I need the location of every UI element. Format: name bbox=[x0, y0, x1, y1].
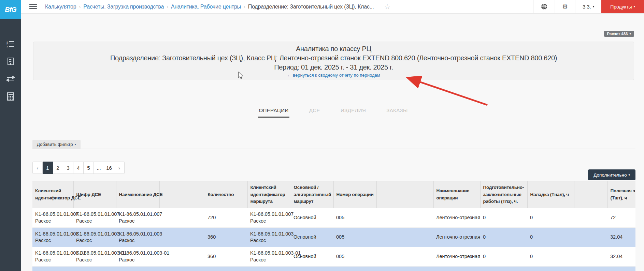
pagination-page-5[interactable]: 5 bbox=[84, 162, 94, 174]
pagination-page-16[interactable]: 16 bbox=[104, 162, 114, 174]
breadcrumb: Калькулятор › Расчеты. Загрузка производ… bbox=[45, 4, 374, 10]
table-cell: K1-86.05.01.01.003 Раскос bbox=[247, 228, 291, 247]
tab-products[interactable]: ИЗДЕЛИЯ bbox=[340, 107, 367, 118]
table-cell bbox=[32, 267, 73, 271]
chevron-down-icon: ▾ bbox=[633, 5, 635, 8]
column-header-13[interactable] bbox=[574, 181, 607, 208]
tab-dse[interactable]: ДСЕ bbox=[309, 107, 321, 118]
column-header-6[interactable]: Клиентский идентификатор маршрута bbox=[247, 181, 291, 208]
column-header-9[interactable] bbox=[376, 181, 433, 208]
factory-building-icon[interactable] bbox=[6, 57, 15, 66]
additional-button[interactable]: Дополнительно ▾ bbox=[588, 169, 635, 180]
breadcrumb-calculator[interactable]: Калькулятор bbox=[45, 4, 76, 10]
settings-button[interactable]: ⚙ bbox=[555, 0, 575, 13]
report-header-panel: Аналитика по классу РЦ Подразделение: За… bbox=[33, 42, 634, 80]
pagination-page-1[interactable]: 1 bbox=[43, 162, 53, 174]
table-cell bbox=[333, 267, 376, 271]
pagination-page-3[interactable]: 3 bbox=[63, 162, 73, 174]
table-cell: Ленточно-отрезная bbox=[433, 208, 480, 228]
column-header-5[interactable]: Количество bbox=[205, 181, 247, 208]
calc-version-badge[interactable]: Расчет 483 ▾ bbox=[604, 31, 634, 37]
table-cell bbox=[116, 267, 159, 271]
column-header-3[interactable]: Наименование ДСЕ bbox=[116, 181, 159, 208]
table-cell: 0 bbox=[527, 208, 574, 228]
pagination: ‹ 1 2 3 4 5 ... 16 › bbox=[32, 162, 125, 174]
tab-operations[interactable]: ОПЕРАЦИИ bbox=[258, 107, 289, 118]
breadcrumb-analytics[interactable]: Аналитика. Рабочие центры bbox=[171, 4, 241, 10]
table-cell bbox=[73, 267, 116, 271]
app-logo[interactable]: BfG bbox=[0, 0, 21, 19]
topbar-actions: ⚙ З З. ▾ Продукты ▾ bbox=[533, 0, 644, 13]
table-cell: K1-86.05.01.01.003-01 Раскос bbox=[116, 247, 159, 267]
table-cell bbox=[607, 267, 635, 271]
column-header-8[interactable]: Номер операции bbox=[333, 181, 376, 208]
table-row[interactable]: K1-86.05.01.01.007 РаскосK1-86.05.01.01.… bbox=[32, 208, 635, 228]
table-cell: 0 bbox=[480, 228, 527, 247]
column-header-14[interactable]: Полезная з (Тшт), ч bbox=[607, 181, 635, 208]
breadcrumb-separator: › bbox=[244, 4, 245, 10]
table-cell: K1-86.05.01.01.003 Раскос bbox=[116, 228, 159, 247]
report-subtitle: Подразделение: Заготовительный цех (ЗЦ),… bbox=[33, 54, 634, 62]
table-row[interactable]: K1-86.05.01.01.003 РаскосK1-86.05.01.01.… bbox=[32, 228, 635, 247]
breadcrumb-separator: › bbox=[79, 4, 81, 10]
table-cell: 0 bbox=[527, 228, 574, 247]
products-button[interactable]: Продукты ▾ bbox=[601, 0, 644, 13]
table-cell: K1-86.05.01.01.003 Раскос bbox=[32, 228, 73, 247]
table-cell: 0 bbox=[527, 247, 574, 267]
gear-icon: ⚙ bbox=[562, 3, 568, 10]
user-menu[interactable]: З З. ▾ bbox=[575, 0, 601, 13]
report-title: Аналитика по классу РЦ bbox=[33, 45, 634, 53]
calculator-icon[interactable] bbox=[6, 92, 15, 101]
svg-text:3: 3 bbox=[6, 45, 8, 48]
user-menu-label: З З. bbox=[583, 4, 591, 10]
numbered-list-icon[interactable]: 123 bbox=[6, 40, 15, 48]
operations-table: Клиентский идентификатор ДСЕШифр ДСЕНаим… bbox=[32, 181, 635, 271]
breadcrumb-separator: › bbox=[167, 4, 168, 10]
table-cell bbox=[574, 208, 607, 228]
table-cell: 0 bbox=[480, 208, 527, 228]
column-header-11[interactable]: Подготовительно- заключительные работы (… bbox=[480, 181, 527, 208]
table-cell: K1-86.05.01.01.003-01 Раскос bbox=[73, 247, 116, 267]
tab-orders[interactable]: ЗАКАЗЫ bbox=[386, 107, 408, 118]
column-header-7[interactable]: Основной / альтернативный маршрут bbox=[291, 181, 333, 208]
column-header-10[interactable]: Наименование операции bbox=[433, 181, 480, 208]
column-header-12[interactable]: Наладка (Тнал), ч bbox=[527, 181, 574, 208]
add-filter-button[interactable]: Добавить фильтр ▾ bbox=[32, 140, 81, 149]
table-cell bbox=[376, 208, 433, 228]
table-cell: Основной bbox=[291, 208, 333, 228]
table-cell bbox=[574, 228, 607, 247]
back-to-summary-link[interactable]: ←вернуться к сводному отчету по периодам bbox=[287, 73, 380, 78]
breadcrumb-calculations[interactable]: Расчеты. Загрузка производства bbox=[83, 4, 164, 10]
table-cell: 32.04 bbox=[607, 228, 635, 247]
pagination-next[interactable]: › bbox=[114, 162, 125, 174]
table-row[interactable]: K1-86.05.01.01.003-01 РаскосK1-86.05.01.… bbox=[32, 247, 635, 267]
svg-text:2: 2 bbox=[6, 43, 8, 45]
column-header-1[interactable]: Клиентский идентификатор ДСЕ bbox=[32, 181, 73, 208]
pagination-ellipsis[interactable]: ... bbox=[94, 162, 104, 174]
table-cell bbox=[376, 247, 433, 267]
pagination-prev[interactable]: ‹ bbox=[32, 162, 43, 174]
table-cell bbox=[159, 228, 205, 247]
globe-button[interactable] bbox=[533, 0, 555, 13]
additional-button-label: Дополнительно bbox=[593, 172, 627, 178]
table-cell bbox=[433, 267, 480, 271]
app-window: Калькулятор › Расчеты. Загрузка производ… bbox=[0, 0, 644, 271]
hamburger-menu-icon[interactable] bbox=[29, 3, 37, 10]
table-cell: 0 bbox=[480, 247, 527, 267]
table-cell: 720 bbox=[205, 208, 247, 228]
table-row[interactable] bbox=[32, 267, 635, 271]
chevron-down-icon: ▾ bbox=[75, 143, 76, 146]
calc-version-label: Расчет 483 bbox=[607, 32, 628, 36]
pagination-page-4[interactable]: 4 bbox=[73, 162, 84, 174]
table-cell bbox=[247, 267, 291, 271]
favorite-star-icon[interactable]: ☆ bbox=[384, 3, 390, 10]
column-header-4[interactable] bbox=[159, 181, 205, 208]
swap-arrows-icon[interactable] bbox=[6, 74, 15, 83]
column-header-2[interactable]: Шифр ДСЕ bbox=[73, 181, 116, 208]
table-cell: K1-86.05.01.01.007 Раскос bbox=[116, 208, 159, 228]
table-cell: K1-86.05.01.01.007 Раскос bbox=[247, 208, 291, 228]
globe-icon bbox=[541, 3, 547, 10]
table-cell: 005 bbox=[333, 247, 376, 267]
pagination-page-2[interactable]: 2 bbox=[53, 162, 63, 174]
table-cell bbox=[159, 267, 205, 271]
